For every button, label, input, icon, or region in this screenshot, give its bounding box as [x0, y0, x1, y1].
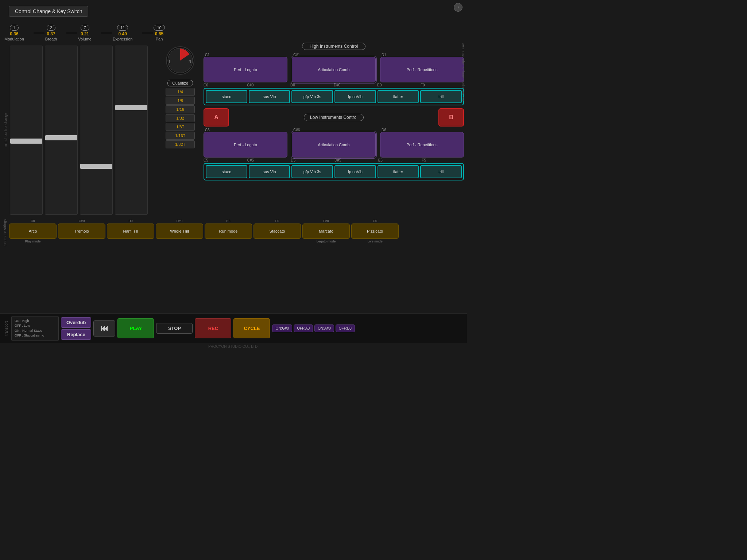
high-perf-repetitions[interactable]: Perf - Repetitions — [380, 57, 464, 82]
bottom-kb-item-6: F#0 Marcato Legato mode — [302, 219, 350, 243]
stop-button[interactable]: STOP — [156, 323, 193, 334]
bottom-kb-item-7: G0 Pizzicato Live mode — [351, 219, 399, 243]
low-articulation-comb[interactable]: Articulation Comb — [292, 132, 376, 158]
quantize-section: Quantize 1/41/81/161/321/8T1/16T1/32T — [160, 80, 200, 149]
high-sub-notes: C0 C#0 D0 D#0 E0 F0 — [204, 83, 464, 87]
low-top-keys: C6 Perf - Legato C#6 Articulation Comb D… — [204, 128, 464, 158]
transport-key-btn-1[interactable]: OFF:A0 — [294, 324, 313, 332]
key-btn-b[interactable]: B — [438, 108, 464, 127]
play-button[interactable]: PLAY — [117, 318, 154, 338]
app-title: Control Change & Key Switch — [15, 8, 82, 14]
cc-number-2: 7 — [81, 25, 89, 31]
quantize-1-16[interactable]: 1/16 — [166, 105, 195, 113]
high-stacc[interactable]: stacc — [206, 90, 247, 103]
pan-knob-svg: L R — [164, 44, 197, 77]
bottom-key-btn-3[interactable]: Whole Trill — [156, 223, 203, 239]
bottom-key-btn-6[interactable]: Marcato — [302, 223, 350, 239]
low-trill[interactable]: trill — [420, 165, 462, 178]
low-sub-d5: D5 — [291, 158, 333, 162]
high-pfp-vib[interactable]: pfp Vib 3s — [291, 90, 333, 103]
rewind-button[interactable]: ⏮ — [93, 320, 115, 337]
bottom-note-7: G0 — [373, 219, 377, 223]
low-pfp-vib[interactable]: pfp Vib 3s — [291, 165, 333, 178]
quantize-1-32T[interactable]: 1/32T — [166, 140, 195, 148]
low-stacc[interactable]: stacc — [206, 165, 247, 178]
cc-item-volume: 7 0.21 Volume — [78, 25, 92, 41]
info-button[interactable]: i — [454, 3, 462, 12]
instrument-controls: vienna symphonic library control section… — [201, 43, 464, 218]
bottom-key-btn-1[interactable]: Tremolo — [58, 223, 105, 239]
transport-info-line: OFF : Staccatissimo — [15, 333, 55, 338]
modulation-slider[interactable] — [10, 46, 43, 215]
quantize-1-4[interactable]: 1/4 — [166, 88, 195, 96]
bottom-note-0: C0 — [31, 219, 35, 223]
low-perf-repetitions[interactable]: Perf - Repetitions — [380, 132, 464, 158]
high-top-keys: C1 Perf - Legato C#1 Articulation Comb D… — [204, 53, 464, 82]
cc-label-1: Breath — [45, 37, 57, 41]
low-sub-c5: C5 — [204, 158, 246, 162]
expression-slider[interactable] — [115, 46, 148, 215]
bottom-key-btn-5[interactable]: Staccato — [253, 223, 301, 239]
transport-info-line: ON : Normal Stacc — [15, 328, 55, 334]
bottom-key-btn-0[interactable]: Arco — [9, 223, 57, 239]
high-articulation-comb[interactable]: Articulation Comb — [292, 57, 376, 82]
midi-label: mimdi control change — [3, 113, 8, 147]
quantize-1-16T[interactable]: 1/16T — [166, 132, 195, 140]
bottom-key-btn-7[interactable]: Pizzicato — [351, 223, 399, 239]
bottom-note-1: C#0 — [79, 219, 85, 223]
title-bar: Control Change & Key Switch — [9, 6, 88, 17]
bottom-note-6: F#0 — [323, 219, 329, 223]
transport-key-btn-2[interactable]: ON:A#0 — [314, 324, 334, 332]
bottom-note-2: D0 — [128, 219, 133, 223]
low-flatter[interactable]: flatter — [378, 165, 419, 178]
low-perf-legato[interactable]: Perf - Legato — [204, 132, 287, 158]
pan-knob-area[interactable]: L R — [160, 44, 200, 77]
cc-number-4: 10 — [154, 25, 165, 31]
cc-number-1: 2 — [47, 25, 55, 31]
bottom-key-btn-2[interactable]: Harf Trill — [107, 223, 154, 239]
high-sub-c0: C0 — [204, 83, 245, 87]
bottom-key-btn-4[interactable]: Run mode — [205, 223, 252, 239]
overdub-button[interactable]: Overdub — [61, 317, 91, 328]
breath-slider[interactable] — [45, 46, 78, 215]
high-flatter[interactable]: flatter — [378, 90, 419, 103]
cc-label-3: Expression — [113, 37, 132, 41]
transport-section: transport ON : HighOFF : LowON : Normal … — [0, 314, 467, 343]
quantize-1-8[interactable]: 1/8 — [166, 97, 195, 105]
cc-number-0: 1 — [10, 25, 19, 31]
high-sus-vib[interactable]: sus Vib — [249, 90, 290, 103]
bottom-mode-0: Play mode — [25, 240, 41, 243]
quantize-1-8T[interactable]: 1/8T — [166, 123, 195, 131]
cc-value-2: 0.21 — [81, 31, 89, 36]
low-sus-vib[interactable]: sus Vib — [249, 165, 290, 178]
transport-key-btn-0[interactable]: ON:G#0 — [272, 324, 292, 332]
transport-key-btn-3[interactable]: OFF:B0 — [336, 324, 355, 332]
cycle-button[interactable]: CYCLE — [233, 318, 270, 338]
quantize-1-32[interactable]: 1/32 — [166, 114, 195, 122]
high-perf-legato[interactable]: Perf - Legato — [204, 57, 287, 82]
high-bottom-keys: stacc sus Vib pfp Vib 3s fp noVib flatte… — [204, 88, 464, 105]
volume-slider[interactable] — [80, 46, 113, 215]
cc-number-3: 11 — [117, 25, 128, 31]
rec-button[interactable]: REC — [195, 318, 231, 338]
bottom-note-4: E0 — [226, 219, 230, 223]
cc-value-4: 0.65 — [155, 31, 163, 36]
high-trill[interactable]: trill — [420, 90, 462, 103]
high-fp-novib[interactable]: fp noVib — [334, 90, 376, 103]
low-sub-d5s: D#5 — [334, 158, 377, 162]
bottom-kb-item-2: D0 Harf Trill — [107, 219, 154, 243]
high-instruments-title: High Instruments Control — [302, 43, 366, 50]
cc-label-2: Volume — [78, 37, 92, 41]
key-btn-a[interactable]: A — [204, 108, 229, 127]
replace-button[interactable]: Replace — [61, 329, 91, 340]
bottom-note-5: F0 — [275, 219, 279, 223]
cc-label-4: Pan — [156, 37, 163, 41]
svg-text:R: R — [189, 60, 191, 64]
strings-label: cinematic strings — [3, 219, 7, 246]
high-note-c1: C1 — [205, 53, 210, 57]
high-sub-d0s: D#0 — [334, 83, 376, 87]
low-fp-novib[interactable]: fp noVib — [334, 165, 376, 178]
low-note-d6: D6 — [382, 128, 386, 132]
high-sub-d0: D0 — [290, 83, 332, 87]
high-sub-c0s: C#0 — [247, 83, 289, 87]
